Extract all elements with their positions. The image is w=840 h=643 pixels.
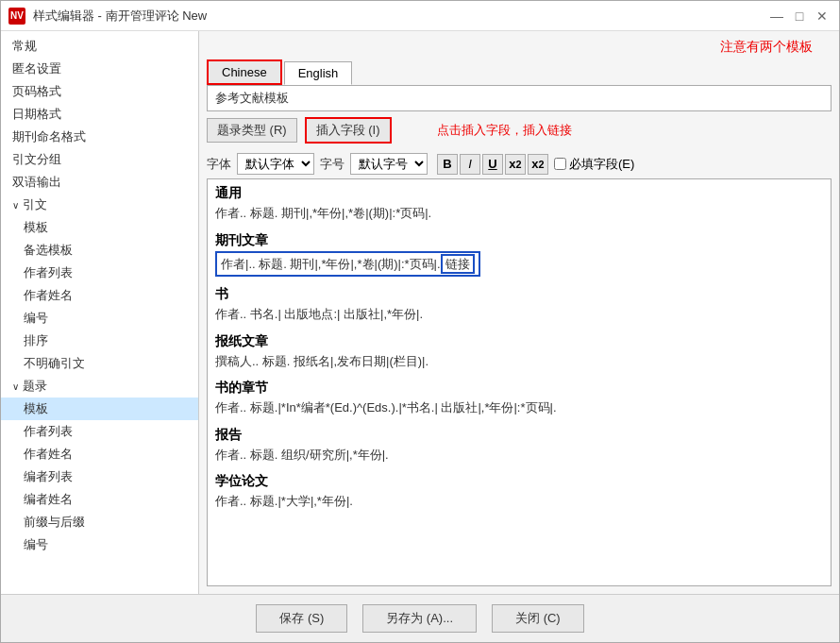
section-content-book: 作者.. 书名.| 出版地点:| 出版社|,*年份|. xyxy=(215,305,823,324)
bibliography-arrow: ∨ xyxy=(12,381,19,392)
section-book-chapter: 书的章节 作者.. 标题.|*In*编者*(Ed.)^(Eds.).|*书名.|… xyxy=(215,380,823,417)
section-general: 通用 作者.. 标题. 期刊|,*年份|,*卷|(期)|:*页码|. xyxy=(215,185,823,223)
top-annotation: 注意有两个模板 xyxy=(207,39,832,56)
link-field: 链接 xyxy=(441,254,475,274)
sidebar-item-ambiguous[interactable]: 不明确引文 xyxy=(1,352,198,375)
tab-english[interactable]: English xyxy=(284,61,353,85)
sidebar-item-sort[interactable]: 排序 xyxy=(1,330,198,352)
section-report: 报告 作者.. 标题. 组织/研究所|,*年份|. xyxy=(215,427,823,465)
section-content-thesis: 作者.. 标题.|*大学|,*年份|. xyxy=(215,492,823,511)
close-button[interactable]: 关闭 (C) xyxy=(492,604,584,633)
sidebar-item-general[interactable]: 常规 xyxy=(1,35,198,58)
sidebar-item-bilingual[interactable]: 双语输出 xyxy=(1,171,198,194)
section-title-journal: 期刊文章 xyxy=(215,232,823,249)
toolbar-annotation: 点击插入字段，插入链接 xyxy=(437,122,572,139)
sidebar-item-bibliography[interactable]: ∨ 题录 xyxy=(1,375,198,398)
section-newspaper: 报纸文章 撰稿人.. 标题. 报纸名|,发布日期|(栏目)|. xyxy=(215,333,823,371)
font-buttons: B I U x2 x2 xyxy=(437,154,548,175)
sidebar-item-bib-editor-list[interactable]: 编者列表 xyxy=(1,465,198,488)
font-row: 字体 默认字体 字号 默认字号 B I U x2 x2 必填字段(E) xyxy=(207,149,832,178)
sidebar-item-anon[interactable]: 匿名设置 xyxy=(1,58,198,80)
sidebar-item-bib-editor-name[interactable]: 编者姓名 xyxy=(1,488,198,511)
required-field-check[interactable] xyxy=(554,158,566,170)
sidebar-item-prefix-suffix[interactable]: 前缀与后缀 xyxy=(1,511,198,533)
section-title-thesis: 学位论文 xyxy=(215,473,823,490)
section-book: 书 作者.. 书名.| 出版地点:| 出版社|,*年份|. xyxy=(215,286,823,324)
section-title-book: 书 xyxy=(215,286,823,303)
sidebar-item-template[interactable]: 模板 xyxy=(1,216,198,239)
record-type-button[interactable]: 题录类型 (R) xyxy=(207,118,297,143)
panel-header: 参考文献模板 xyxy=(207,85,832,111)
section-content-general: 作者.. 标题. 期刊|,*年份|,*卷|(期)|:*页码|. xyxy=(215,204,823,223)
section-thesis: 学位论文 作者.. 标题.|*大学|,*年份|. xyxy=(215,473,823,511)
title-controls: — □ ✕ xyxy=(767,7,832,25)
tab-chinese[interactable]: Chinese xyxy=(207,59,282,85)
maximize-button[interactable]: □ xyxy=(790,7,809,25)
bottom-bar: 保存 (S) 另存为 (A)... 关闭 (C) xyxy=(1,594,839,642)
bold-button[interactable]: B xyxy=(437,154,458,175)
section-title-newspaper: 报纸文章 xyxy=(215,333,823,350)
save-button[interactable]: 保存 (S) xyxy=(256,604,347,633)
required-field-checkbox: 必填字段(E) xyxy=(554,156,634,173)
section-title-general: 通用 xyxy=(215,185,823,202)
size-label: 字号 xyxy=(320,156,344,173)
sidebar-item-bib-template[interactable]: 模板 xyxy=(1,398,198,420)
sidebar-item-citation[interactable]: ∨ 引文 xyxy=(1,194,198,216)
window-title: 样式编辑器 - 南开管理评论 New xyxy=(33,8,207,25)
italic-button[interactable]: I xyxy=(460,154,480,175)
journal-content-highlighted: 作者|.. 标题. 期刊|,*年份|,*卷|(期)|:*页码|.链接 xyxy=(215,251,480,278)
subscript-button[interactable]: x2 xyxy=(505,154,526,175)
tab-container: Chinese English xyxy=(207,59,832,85)
main-window: NV 样式编辑器 - 南开管理评论 New — □ ✕ 常规 匿名设置 页码格式… xyxy=(0,0,840,643)
sidebar-item-page-format[interactable]: 页码格式 xyxy=(1,80,198,103)
close-button[interactable]: ✕ xyxy=(813,7,832,25)
section-content-report: 作者.. 标题. 组织/研究所|,*年份|. xyxy=(215,446,823,465)
title-bar: NV 样式编辑器 - 南开管理评论 New — □ ✕ xyxy=(1,1,839,31)
section-content-newspaper: 撰稿人.. 标题. 报纸名|,发布日期|(栏目)|. xyxy=(215,352,823,371)
sidebar-item-author-name[interactable]: 作者姓名 xyxy=(1,284,198,307)
toolbar: 题录类型 (R) 插入字段 (I) 点击插入字段，插入链接 xyxy=(207,111,832,149)
sidebar-item-author-list[interactable]: 作者列表 xyxy=(1,262,198,284)
sidebar-item-bib-author-name[interactable]: 作者姓名 xyxy=(1,443,198,465)
sidebar-item-journal-name[interactable]: 期刊命名格式 xyxy=(1,126,198,148)
sidebar-item-numbering[interactable]: 编号 xyxy=(1,307,198,330)
insert-field-button[interactable]: 插入字段 (I) xyxy=(305,117,392,144)
sidebar-item-cite-group[interactable]: 引文分组 xyxy=(1,148,198,171)
citation-arrow: ∨ xyxy=(12,200,19,211)
sidebar-item-numbering2[interactable]: 编号 xyxy=(1,533,198,556)
superscript-button[interactable]: x2 xyxy=(528,154,548,175)
section-content-book-chapter: 作者.. 标题.|*In*编者*(Ed.)^(Eds.).|*书名.| 出版社|… xyxy=(215,398,823,417)
font-select[interactable]: 默认字体 xyxy=(237,153,314,175)
sidebar-item-bib-author-list[interactable]: 作者列表 xyxy=(1,420,198,443)
underline-button[interactable]: U xyxy=(482,154,503,175)
main-content: 常规 匿名设置 页码格式 日期格式 期刊命名格式 引文分组 双语输出 ∨ 引文 … xyxy=(1,31,839,594)
sidebar-item-alt-template[interactable]: 备选模板 xyxy=(1,239,198,262)
app-icon: NV xyxy=(8,8,25,25)
minimize-button[interactable]: — xyxy=(767,7,786,25)
section-content-journal: 作者|.. 标题. 期刊|,*年份|,*卷|(期)|:*页码|.链接 xyxy=(215,251,823,278)
right-panel: 注意有两个模板 Chinese English 参考文献模板 题录类型 (R) … xyxy=(199,31,839,594)
section-title-report: 报告 xyxy=(215,427,823,444)
template-area[interactable]: 通用 作者.. 标题. 期刊|,*年份|,*卷|(期)|:*页码|. 期刊文章 … xyxy=(207,178,832,586)
title-bar-left: NV 样式编辑器 - 南开管理评论 New xyxy=(8,8,207,25)
font-label: 字体 xyxy=(207,156,231,173)
size-select[interactable]: 默认字号 xyxy=(350,153,428,175)
section-journal: 期刊文章 作者|.. 标题. 期刊|,*年份|,*卷|(期)|:*页码|.链接 xyxy=(215,232,823,278)
section-title-book-chapter: 书的章节 xyxy=(215,380,823,397)
sidebar: 常规 匿名设置 页码格式 日期格式 期刊命名格式 引文分组 双语输出 ∨ 引文 … xyxy=(1,31,199,594)
save-as-button[interactable]: 另存为 (A)... xyxy=(362,604,477,633)
sidebar-item-date-format[interactable]: 日期格式 xyxy=(1,103,198,126)
